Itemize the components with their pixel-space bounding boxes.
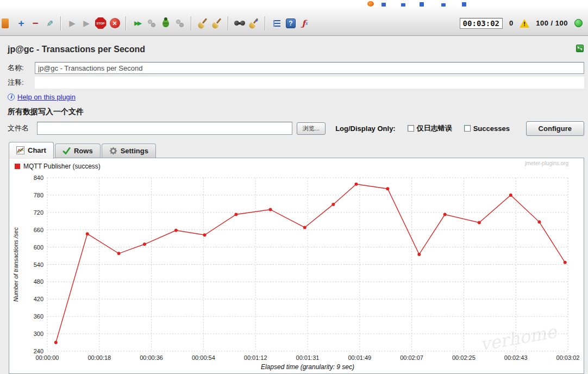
elapsed-time-display: 00:03:02 <box>460 18 503 29</box>
toolbar-separator <box>228 16 229 30</box>
titlebar-fragment-icon <box>462 2 466 7</box>
svg-text:720: 720 <box>34 209 43 216</box>
svg-text:Elapsed time (granularity: 9 s: Elapsed time (granularity: 9 sec) <box>261 363 354 371</box>
toolbar-separator <box>265 16 266 30</box>
app-logo-partial-icon <box>367 1 374 7</box>
svg-text:00:03:02: 00:03:02 <box>556 354 580 361</box>
start-no-pauses-button[interactable]: ▶ <box>79 16 93 30</box>
list-lines-icon <box>273 20 280 27</box>
svg-text:00:02:07: 00:02:07 <box>400 354 423 361</box>
svg-text:540: 540 <box>34 261 43 268</box>
gray-dots-icon <box>148 20 155 27</box>
svg-text:780: 780 <box>34 192 43 198</box>
edit-button[interactable]: ✎ <box>42 16 57 30</box>
play-icon: ▶ <box>83 18 90 28</box>
minus-icon: − <box>32 17 38 29</box>
checkbox-icon[interactable] <box>464 125 471 132</box>
tab-rows[interactable]: Rows <box>55 144 101 158</box>
toolbar-status-cluster: 00:03:02 0 100 / 100 <box>460 18 585 29</box>
svg-text:00:02:25: 00:02:25 <box>452 354 476 361</box>
svg-text:00:00:36: 00:00:36 <box>140 354 163 361</box>
clear-all-button[interactable] <box>210 16 224 30</box>
svg-text:600: 600 <box>34 244 43 251</box>
error-count[interactable]: 0 <box>509 19 513 27</box>
svg-text:Number of transactions /sec: Number of transactions /sec <box>12 227 19 302</box>
question-mark-icon: ? <box>286 18 296 28</box>
svg-text:840: 840 <box>34 174 43 181</box>
svg-text:00:00:54: 00:00:54 <box>192 354 215 361</box>
svg-text:00:01:31: 00:01:31 <box>296 354 320 361</box>
tab-chart[interactable]: Chart <box>9 142 54 159</box>
configure-button[interactable]: Configure <box>526 121 584 136</box>
help-plugin-link[interactable]: Help on this plugin <box>17 93 76 101</box>
page-title: jp@gc - Transactions per Second <box>8 45 583 54</box>
stop-sign-icon: STOP <box>95 17 107 29</box>
stop-button[interactable]: × <box>108 16 122 30</box>
play-icon: ▶ <box>69 18 76 28</box>
pencil-icon: ✎ <box>45 20 54 27</box>
sparkle-icon: ✦ <box>254 18 259 23</box>
warning-triangle-icon[interactable] <box>520 19 529 28</box>
expand-chart-button[interactable] <box>576 45 584 52</box>
jmeter-plugins-watermark: jmeter-plugins.org <box>525 160 568 166</box>
function-x-icon: x <box>305 21 308 26</box>
jmeter-window: + − ✎ ▶ ▶ STOP × ▶▶ ✦ ? ƒx 00:03:02 0 10… <box>0 0 588 374</box>
svg-text:00:00:18: 00:00:18 <box>87 354 111 361</box>
function-helper-button[interactable]: ƒx <box>298 16 312 30</box>
search-reset-button[interactable]: ✦ <box>247 16 261 30</box>
double-play-icon: ▶▶ <box>134 20 140 26</box>
info-icon: i <box>8 94 15 101</box>
add-button[interactable]: + <box>14 16 28 30</box>
debug-start-button[interactable] <box>159 16 173 30</box>
listener-header: jp@gc - Transactions per Second <box>0 36 588 61</box>
toggle-log-button[interactable] <box>270 16 284 30</box>
svg-text:300: 300 <box>34 331 43 337</box>
svg-text:240: 240 <box>34 348 43 354</box>
write-results-section-title: 所有数据写入一个文件 <box>8 107 84 117</box>
browse-button[interactable]: 浏览... <box>297 122 326 135</box>
new-file-button[interactable] <box>0 16 14 30</box>
comment-input[interactable] <box>35 77 584 89</box>
check-icon <box>62 147 71 155</box>
chart-icon <box>16 146 24 154</box>
chart-panel: MQTT Publisher (success) jmeter-plugins.… <box>9 158 584 374</box>
svg-text:00:01:49: 00:01:49 <box>348 354 371 361</box>
start-button[interactable]: ▶ <box>65 16 79 30</box>
svg-text:420: 420 <box>34 296 43 302</box>
clear-button[interactable] <box>196 16 210 30</box>
titlebar-fragment-icon <box>381 3 386 7</box>
svg-text:360: 360 <box>34 313 43 320</box>
tab-settings-label: Settings <box>121 147 148 155</box>
legend-swatch <box>15 164 20 169</box>
tab-rows-label: Rows <box>74 147 93 155</box>
binoculars-icon <box>234 20 245 27</box>
titlebar-fragment-icon <box>420 2 424 7</box>
errors-only-checkbox[interactable]: 仅日志错误 <box>408 123 452 133</box>
tab-bar: Chart Rows Setti <box>9 140 157 158</box>
test-running-indicator-icon <box>574 19 583 27</box>
shutdown-button[interactable]: STOP <box>93 16 108 30</box>
plus-icon: + <box>18 17 24 29</box>
broom-icon: ✦ <box>248 18 259 29</box>
filename-label: 文件名 <box>8 123 33 133</box>
active-threads-count: 100 / 100 <box>536 19 568 27</box>
filename-input[interactable] <box>37 122 292 135</box>
successes-checkbox[interactable]: Successes <box>464 124 510 133</box>
main-toolbar: + − ✎ ▶ ▶ STOP × ▶▶ ✦ ? ƒx 00:03:02 0 10… <box>0 7 588 36</box>
checkbox-icon[interactable] <box>408 125 414 132</box>
svg-text:00:00:00: 00:00:00 <box>36 354 59 361</box>
help-button[interactable]: ? <box>284 16 298 30</box>
remote-shutdown-all-button[interactable] <box>145 16 159 30</box>
toolbar-separator <box>60 16 61 30</box>
tab-settings[interactable]: Settings <box>102 144 156 158</box>
svg-text:480: 480 <box>34 278 43 285</box>
search-button[interactable] <box>233 16 247 30</box>
remote-start-all-button[interactable]: ▶▶ <box>130 16 145 30</box>
remove-button[interactable]: − <box>28 16 42 30</box>
log-display-only-label: Log/Display Only: <box>335 124 396 133</box>
gray-dots-icon <box>176 20 184 27</box>
comment-label: 注释: <box>8 78 35 88</box>
name-input[interactable] <box>35 62 584 74</box>
debug-stop-button[interactable] <box>173 16 187 30</box>
toolbar-separator <box>191 16 192 30</box>
